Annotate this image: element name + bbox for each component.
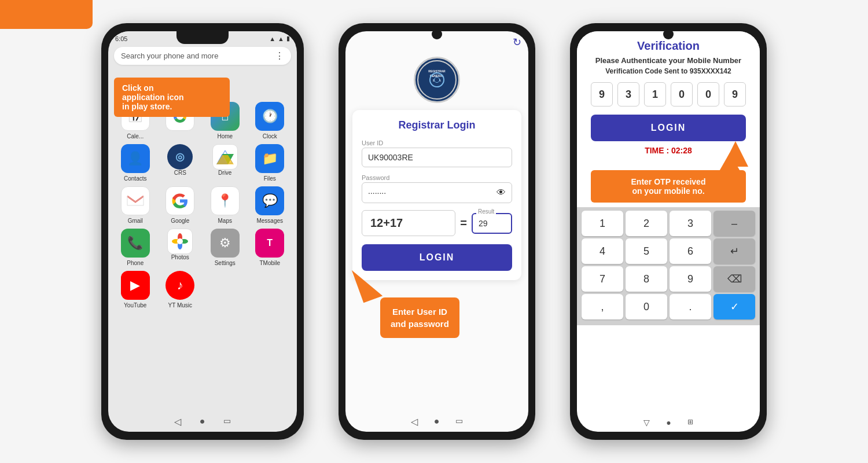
key-5[interactable]: 5 <box>626 238 667 264</box>
phone-1: 6:05 ▲ ▲ ▮ Search your phone and more ⋮ … <box>101 23 304 440</box>
app-photos[interactable]: Photos <box>160 229 200 266</box>
auth-subtitle: Please Authenticate your Mobile Number <box>584 56 753 65</box>
key-4[interactable]: 4 <box>582 238 623 264</box>
gmail-label: Gmail <box>128 218 143 224</box>
key-minus[interactable]: – <box>713 211 755 236</box>
p3-login-button[interactable]: LOGIN <box>591 115 746 141</box>
settings-icon: ⚙ <box>211 229 240 258</box>
app-contacts[interactable]: 👤 Contacts <box>116 144 155 182</box>
app-ytmusic[interactable]: ♪ YT Music <box>160 271 200 308</box>
gmail-icon <box>121 186 150 215</box>
key-confirm[interactable]: ✓ <box>713 294 755 319</box>
login-button[interactable]: LOGIN <box>362 244 512 271</box>
key-0[interactable]: 0 <box>626 294 667 319</box>
youtube-icon: ▶ <box>121 271 150 300</box>
phone-label: Phone <box>127 260 144 266</box>
captcha-result-input[interactable]: Result 29 <box>472 213 512 234</box>
messages-label: Messages <box>256 218 283 224</box>
login-title: Registrar Login <box>362 119 512 131</box>
google-icon <box>165 186 194 215</box>
recents-btn-2[interactable]: ▭ <box>455 416 463 427</box>
userid-group: User ID UK90003RE <box>362 139 512 167</box>
app-row-5: ▶ YouTube ♪ YT Music <box>108 269 297 311</box>
home-btn-2[interactable]: ● <box>434 416 440 427</box>
settings-label: Settings <box>215 260 236 266</box>
phone-3: Verification Please Authenticate your Mo… <box>570 23 767 440</box>
clock-label: Clock <box>263 133 277 139</box>
key-enter[interactable]: ↵ <box>713 238 755 264</box>
contacts-label: Contacts <box>124 175 146 182</box>
calendar-label: Cale... <box>127 133 144 139</box>
key-1[interactable]: 1 <box>582 211 623 236</box>
contacts-icon: 👤 <box>121 144 150 173</box>
app-crs[interactable]: ◎ CRS <box>160 144 200 182</box>
otp-digit-1[interactable]: 9 <box>591 82 613 106</box>
app-google[interactable]: Google <box>160 186 200 224</box>
phone-icon: 📞 <box>121 229 150 258</box>
otp-digit-3[interactable]: 1 <box>644 82 666 106</box>
drive-label: Drive <box>218 170 231 176</box>
home-btn[interactable]: ● <box>200 416 205 427</box>
app-gmail[interactable]: Gmail <box>116 186 155 224</box>
login-card: Registrar Login User ID UK90003RE Passwo… <box>352 110 521 280</box>
app-messages[interactable]: 💬 Messages <box>250 186 289 224</box>
key-8[interactable]: 8 <box>626 266 667 292</box>
recents-btn-3[interactable]: ⊞ <box>687 418 693 427</box>
verification-title: Verification <box>584 39 753 53</box>
refresh-icon[interactable]: ↻ <box>513 36 521 49</box>
key-backspace[interactable]: ⌫ <box>713 266 755 292</box>
key-comma[interactable]: , <box>582 294 623 319</box>
home-btn-3[interactable]: ● <box>666 418 671 427</box>
tmobile-icon: T <box>255 229 284 258</box>
app-phone[interactable]: 📞 Phone <box>116 229 155 266</box>
nav-down-3[interactable]: ▽ <box>643 418 650 427</box>
recents-btn[interactable]: ▭ <box>223 416 231 427</box>
phone3-keypad: 1 2 3 – 4 5 6 ↵ 7 8 9 ⌫ , <box>577 207 760 325</box>
phone3-notch <box>663 29 674 39</box>
keypad-row-3: 7 8 9 ⌫ <box>582 266 755 292</box>
app-settings[interactable]: ⚙ Settings <box>205 229 245 266</box>
photos-label: Photos <box>171 254 189 260</box>
key-7[interactable]: 7 <box>582 266 623 292</box>
key-2[interactable]: 2 <box>626 211 667 236</box>
phone2-tooltip-area: Enter User ID and password <box>345 297 528 338</box>
photos-icon <box>167 229 193 254</box>
phone1-notch <box>176 31 229 44</box>
app-maps[interactable]: 📍 Maps <box>205 186 245 224</box>
key-3[interactable]: 3 <box>670 211 711 236</box>
search-menu-icon[interactable]: ⋮ <box>275 50 284 61</box>
phone2-notch <box>432 29 442 39</box>
back-btn-2[interactable]: ◁ <box>411 416 418 427</box>
keypad-row-1: 1 2 3 – <box>582 211 755 236</box>
phone3-bottom-nav: ▽ ● ⊞ <box>643 418 693 427</box>
maps-icon: 📍 <box>211 186 240 215</box>
userid-value: UK90003RE <box>368 153 413 162</box>
up-arrow-otp <box>723 141 748 167</box>
files-label: Files <box>264 175 276 182</box>
key-6[interactable]: 6 <box>670 238 711 264</box>
key-9[interactable]: 9 <box>670 266 711 292</box>
password-input[interactable]: ········ 👁 <box>362 182 512 203</box>
phone2-bottom-nav: ◁ ● ▭ <box>411 416 464 427</box>
otp-digit-6[interactable]: 9 <box>724 82 746 106</box>
key-period[interactable]: . <box>670 294 711 319</box>
eye-icon[interactable]: 👁 <box>496 188 506 198</box>
app-youtube[interactable]: ▶ YouTube <box>116 271 155 308</box>
otp-digit-2[interactable]: 3 <box>617 82 639 106</box>
keypad-row-4: , 0 . ✓ <box>582 294 755 319</box>
app-files[interactable]: 📁 Files <box>250 144 289 182</box>
otp-digit-4[interactable]: 0 <box>671 82 693 106</box>
keypad-row-2: 4 5 6 ↵ <box>582 238 755 264</box>
otp-digit-5[interactable]: 0 <box>697 82 719 106</box>
app-drive[interactable]: Drive <box>205 144 245 182</box>
search-bar[interactable]: Search your phone and more ⋮ <box>114 47 291 65</box>
app-clock[interactable]: 🕐 Clock <box>250 102 289 139</box>
tmobile-label: TMobile <box>259 260 280 266</box>
phone3-tooltip-area: Enter OTP received on your mobile no. <box>584 170 753 203</box>
app-tmobile[interactable]: T TMobile <box>250 229 289 266</box>
code-sent-text: Verification Code Sent to 935XXXX142 <box>584 67 753 75</box>
back-btn[interactable]: ◁ <box>174 416 181 427</box>
svg-point-18 <box>435 78 439 82</box>
captcha-row: 12+17 = Result 29 <box>362 210 512 236</box>
userid-input[interactable]: UK90003RE <box>362 148 512 167</box>
